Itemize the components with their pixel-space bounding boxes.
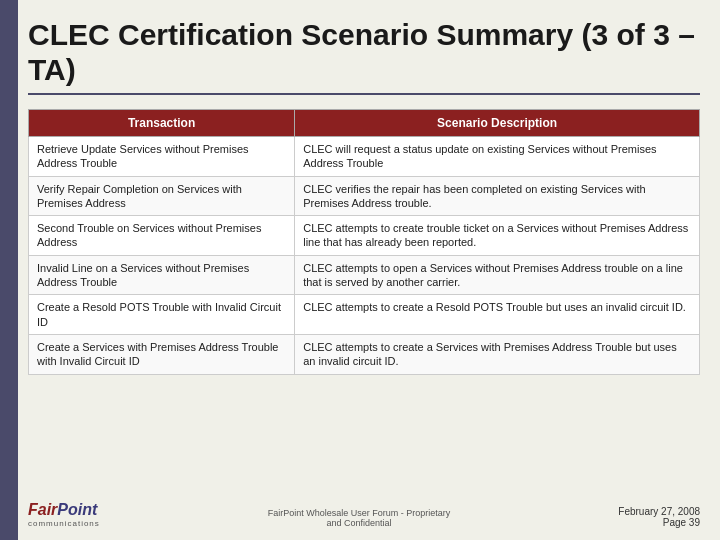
transaction-cell: Create a Resold POTS Trouble with Invali… [29,295,295,335]
footer-center-text: FairPoint Wholesale User Forum - Proprie… [120,508,598,528]
table-row: Create a Resold POTS Trouble with Invali… [29,295,700,335]
transaction-cell: Invalid Line on a Services without Premi… [29,255,295,295]
table-row: Second Trouble on Services without Premi… [29,216,700,256]
main-content: CLEC Certification Scenario Summary (3 o… [28,0,700,375]
description-cell: CLEC verifies the repair has been comple… [295,176,700,216]
col-header-description: Scenario Description [295,110,700,137]
description-cell: CLEC attempts to create a Resold POTS Tr… [295,295,700,335]
table-row: Invalid Line on a Services without Premi… [29,255,700,295]
page-title: CLEC Certification Scenario Summary (3 o… [28,18,700,87]
transaction-cell: Create a Services with Premises Address … [29,334,295,374]
description-cell: CLEC attempts to create a Services with … [295,334,700,374]
description-cell: CLEC attempts to create trouble ticket o… [295,216,700,256]
page-number: Page 39 [618,517,700,528]
title-divider [28,93,700,95]
footer-right: February 27, 2008 Page 39 [618,506,700,528]
transaction-cell: Second Trouble on Services without Premi… [29,216,295,256]
table-row: Verify Repair Completion on Services wit… [29,176,700,216]
footer-date: February 27, 2008 [618,506,700,517]
transaction-cell: Verify Repair Completion on Services wit… [29,176,295,216]
transaction-cell: Retrieve Update Services without Premise… [29,137,295,177]
page: CLEC Certification Scenario Summary (3 o… [0,0,720,540]
table-row: Create a Services with Premises Address … [29,334,700,374]
col-header-transaction: Transaction [29,110,295,137]
scenario-table: Transaction Scenario Description Retriev… [28,109,700,375]
left-accent-bar [0,0,18,540]
logo-main: FairPoint [28,501,97,519]
description-cell: CLEC will request a status update on exi… [295,137,700,177]
table-row: Retrieve Update Services without Premise… [29,137,700,177]
description-cell: CLEC attempts to open a Services without… [295,255,700,295]
logo-area: FairPoint communications [28,501,100,528]
logo-sub: communications [28,519,100,528]
page-footer: FairPoint communications FairPoint Whole… [28,501,700,528]
